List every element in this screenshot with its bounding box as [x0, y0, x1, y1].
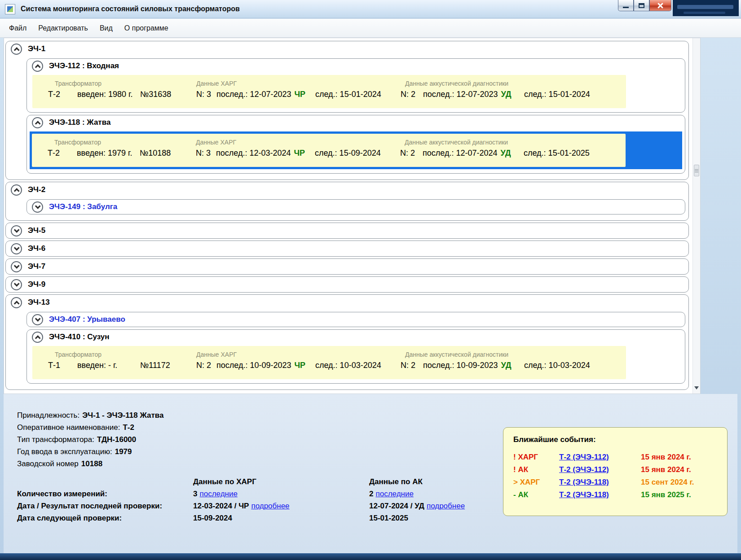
expand-button-eche407[interactable]	[32, 314, 43, 325]
collapse-button-ech2[interactable]	[11, 184, 22, 196]
group-label-ech9[interactable]: ЭЧ-9	[28, 280, 45, 289]
event-row: - АК Т-2 (ЭЧЭ-118) 15 янв 2025 г.	[513, 489, 718, 501]
collapse-button-eche112[interactable]	[32, 61, 43, 72]
menu-file[interactable]: Файл	[3, 21, 32, 35]
group-header-ech1: ЭЧ-1	[6, 41, 688, 57]
harg-details-link[interactable]: подробнее	[251, 502, 289, 510]
event-row: > ХАРГ Т-2 (ЭЧЭ-118) 15 сент 2024 г.	[513, 476, 718, 489]
group-label-eche149[interactable]: ЭЧЭ-149 : Забулга	[49, 202, 117, 211]
expand-button-ech9[interactable]	[11, 279, 22, 290]
ak-last-measurements-link[interactable]: последние	[375, 490, 413, 498]
group-label-ech1[interactable]: ЭЧ-1	[28, 44, 45, 53]
group-header-ech6: ЭЧ-6	[6, 241, 688, 256]
chevron-up-icon	[14, 301, 20, 306]
scroll-down-button[interactable]	[694, 384, 699, 391]
transformer-name: Т-2	[48, 90, 60, 99]
group-label-eche112[interactable]: ЭЧЭ-112 : Входная	[49, 61, 119, 70]
detail-label: Год ввода в эксплуатацию:	[17, 447, 112, 456]
harg-last-check-value: 12-03-2024 / ЧР	[193, 502, 249, 510]
group-label-eche118[interactable]: ЭЧЭ-118 : Жатва	[49, 118, 110, 127]
harg-last-date: послед.: 12-07-2023	[216, 90, 291, 99]
menu-edit[interactable]: Редактировать	[32, 21, 94, 35]
detail-label: Заводской номер	[17, 459, 79, 468]
collapse-button-eche118[interactable]	[32, 117, 43, 128]
harg-count: N: 2	[196, 361, 211, 370]
expand-button-ech7[interactable]	[11, 261, 22, 272]
acoustic-last-date: послед.: 10-09-2023	[423, 361, 498, 370]
menu-about[interactable]: О программе	[119, 21, 174, 35]
chevron-down-icon	[14, 281, 20, 287]
arrow-down-icon	[694, 386, 699, 389]
chevron-up-icon	[35, 335, 41, 341]
serial-number: №11172	[140, 361, 170, 370]
ak-details-link[interactable]: подробнее	[427, 502, 465, 510]
group-label-ech7[interactable]: ЭЧ-7	[28, 262, 45, 271]
vertical-scrollbar[interactable]	[692, 38, 700, 394]
detail-row-belonging: Принадлежность:ЭЧ-1 - ЭЧЭ-118 Жатва	[17, 409, 737, 421]
minimize-button[interactable]	[618, 0, 634, 11]
card-header-acoustic: Данные аккустической диагностики	[405, 139, 508, 146]
event-marker: > ХАРГ	[513, 476, 559, 489]
expand-button-ech5[interactable]	[11, 225, 22, 236]
group-label-ech5[interactable]: ЭЧ-5	[28, 226, 45, 235]
event-date: 15 янв 2024 г.	[641, 464, 718, 476]
group-header-ech13: ЭЧ-13	[6, 295, 688, 310]
event-row: ! ХАРГ Т-2 (ЭЧЭ-112) 15 янв 2024 г.	[513, 451, 718, 464]
menu-view[interactable]: Вид	[94, 21, 119, 35]
detail-value: ЭЧ-1 - ЭЧЭ-118 Жатва	[82, 411, 163, 420]
acoustic-last-date: послед.: 12-07-2023	[423, 90, 498, 99]
selected-row-highlight: Трансформатор Данные ХАРГ Данные аккусти…	[30, 131, 682, 169]
harg-status-badge: ЧР	[294, 90, 305, 99]
group-label-eche410[interactable]: ЭЧЭ-410 : Сузун	[49, 332, 110, 341]
group-label-ech2[interactable]: ЭЧ-2	[28, 185, 45, 194]
group-ech5: ЭЧ-5	[5, 223, 689, 239]
collapse-button-ech13[interactable]	[11, 297, 22, 308]
harg-next-check: след.: 10-03-2024	[315, 361, 381, 370]
harg-status-badge: ЧР	[294, 361, 305, 370]
transformer-card-eche118-selected[interactable]: Трансформатор Данные ХАРГ Данные аккусти…	[32, 134, 626, 167]
card-container: Трансформатор Данные ХАРГ Данные аккусти…	[27, 130, 685, 173]
acoustic-status-badge: УД	[501, 361, 511, 370]
collapse-button-ech1[interactable]	[11, 44, 22, 55]
close-button[interactable]	[649, 0, 671, 11]
harg-count: N: 3	[196, 90, 211, 99]
harg-count: N: 3	[196, 149, 211, 158]
group-label-eche407[interactable]: ЭЧЭ-407 : Урываево	[49, 315, 125, 324]
harg-last-check: послед.: 10-09-2023ЧР	[216, 361, 305, 370]
app-window: Система мониторинга состояний силовых тр…	[0, 0, 741, 560]
event-transformer-link[interactable]: Т-2 (ЭЧЭ-112)	[559, 464, 641, 476]
transformer-card-eche112[interactable]: Трансформатор Данные ХАРГ Данные аккусти…	[32, 75, 626, 108]
group-body-ech1: ЭЧЭ-112 : Входная Трансформатор Данные Х…	[6, 57, 688, 179]
harg-next-check-cell: 15-09-2024	[193, 512, 369, 524]
window-controls	[618, 0, 671, 11]
group-header-ech9: ЭЧ-9	[6, 277, 688, 292]
event-transformer-link[interactable]: Т-2 (ЭЧЭ-118)	[559, 489, 641, 501]
harg-count-value: 3	[193, 490, 197, 498]
scrollbar-thumb[interactable]	[694, 165, 699, 176]
acoustic-next-check: след.: 10-03-2024	[524, 361, 590, 370]
expand-button-eche149[interactable]	[32, 201, 43, 213]
collapse-button-eche410[interactable]	[32, 332, 43, 343]
detail-label: Тип трансформатора:	[17, 435, 94, 444]
group-label-ech13[interactable]: ЭЧ-13	[28, 298, 50, 307]
window-title: Система мониторинга состояний силовых тр…	[21, 5, 240, 13]
card-container: Трансформатор Данные ХАРГ Данные аккусти…	[27, 73, 685, 112]
harg-last-measurements-link[interactable]: последние	[199, 490, 237, 498]
harg-last-date: послед.: 10-09-2023	[216, 361, 291, 370]
background-window-blur	[677, 5, 733, 9]
event-transformer-link[interactable]: Т-2 (ЭЧЭ-118)	[559, 476, 641, 489]
chevron-down-icon	[14, 263, 20, 269]
acoustic-next-check: след.: 15-01-2024	[524, 90, 590, 99]
group-header-ech7: ЭЧ-7	[6, 259, 688, 274]
expand-button-ech6[interactable]	[11, 243, 22, 254]
maximize-button[interactable]	[634, 0, 649, 11]
group-label-ech6[interactable]: ЭЧ-6	[28, 244, 45, 253]
event-transformer-link[interactable]: Т-2 (ЭЧЭ-112)	[559, 451, 641, 464]
events-title: Ближайшие события:	[513, 435, 718, 444]
transformer-card-eche410[interactable]: Трансформатор Данные ХАРГ Данные аккусти…	[32, 346, 626, 379]
commissioned-year: введен: - г.	[77, 361, 117, 370]
card-header-transformer: Трансформатор	[55, 351, 101, 358]
card-header-harg: Данные ХАРГ	[196, 80, 237, 87]
card-header-row: Трансформатор Данные ХАРГ Данные аккусти…	[32, 139, 626, 149]
serial-number: №31638	[140, 90, 171, 99]
